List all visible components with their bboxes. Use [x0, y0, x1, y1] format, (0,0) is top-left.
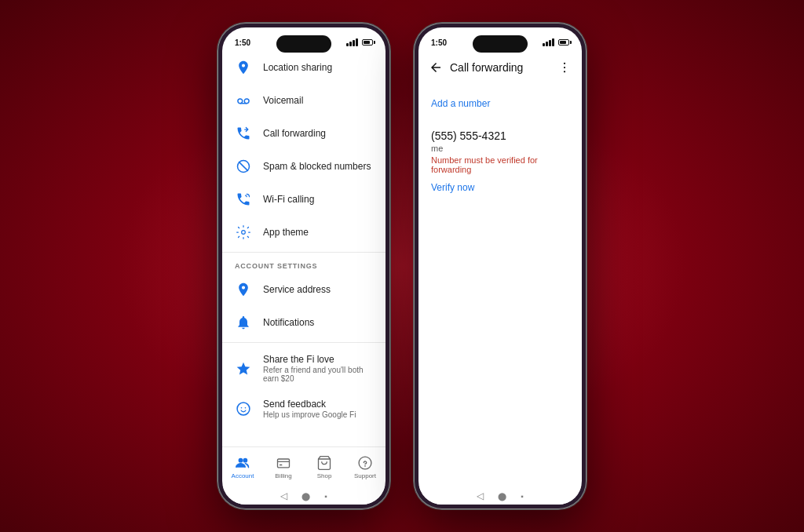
bottom-nav: Account Billing Shop Support	[222, 446, 386, 487]
service-address-icon	[235, 281, 252, 298]
svg-point-7	[245, 407, 247, 409]
service-address-label: Service address	[263, 284, 331, 295]
svg-point-15	[564, 71, 565, 72]
wifi-call-icon	[235, 191, 252, 208]
contact-name: me	[431, 144, 569, 153]
android-back-btn-right[interactable]: ◁	[477, 490, 484, 501]
android-home-btn-right[interactable]: ⬤	[498, 492, 506, 501]
svg-point-12	[359, 457, 371, 469]
menu-item-voicemail[interactable]: Voicemail	[222, 84, 386, 117]
status-icons-right	[543, 38, 569, 46]
share-fi-text: Share the Fi love Refer a friend and you…	[263, 354, 373, 383]
send-feedback-subtitle: Help us improve Google Fi	[263, 410, 356, 419]
notifications-icon	[235, 314, 252, 331]
send-feedback-label: Send feedback	[263, 399, 356, 410]
status-icons-left	[346, 38, 373, 46]
menu-item-spam[interactable]: Spam & blocked numbers	[222, 150, 386, 183]
spam-label: Spam & blocked numbers	[263, 161, 371, 172]
voicemail-label: Voicemail	[263, 95, 303, 106]
menu-item-call-forwarding[interactable]: Call forwarding	[222, 117, 386, 150]
voicemail-icon	[235, 92, 252, 109]
menu-list: Location sharing Voicemail Call forwardi…	[222, 51, 386, 446]
send-feedback-text: Send feedback Help us improve Google Fi	[263, 399, 356, 419]
support-nav-icon	[357, 455, 373, 471]
phone-right-screen: 1:50 Call forwarding	[418, 27, 582, 505]
nav-billing[interactable]: Billing	[263, 450, 304, 484]
number-card: (555) 555-4321 me Number must be verifie…	[431, 123, 569, 199]
verify-now-button[interactable]: Verify now	[431, 182, 569, 193]
share-fi-label: Share the Fi love	[263, 354, 373, 365]
menu-item-notifications[interactable]: Notifications	[222, 306, 386, 339]
phone-right: 1:50 Call forwarding	[414, 23, 587, 509]
phone-notch-left	[276, 35, 331, 53]
nav-account[interactable]: Account	[222, 450, 263, 484]
share-fi-subtitle: Refer a friend and you'll both earn $20	[263, 366, 373, 383]
android-bar-left: ◁ ⬤ ▪	[222, 487, 386, 505]
support-nav-label: Support	[354, 472, 376, 479]
share-fi-icon	[235, 360, 252, 377]
menu-item-app-theme[interactable]: App theme	[222, 216, 386, 249]
svg-point-5	[237, 403, 250, 415]
location-sharing-icon	[235, 59, 252, 76]
more-options-button[interactable]	[557, 60, 572, 75]
app-theme-label: App theme	[263, 227, 309, 238]
svg-point-6	[241, 407, 243, 409]
phone-number-display: (555) 555-4321	[431, 129, 569, 142]
svg-point-13	[564, 63, 565, 64]
menu-item-share-fi[interactable]: Share the Fi love Refer a friend and you…	[222, 346, 386, 391]
svg-point-9	[243, 458, 247, 463]
android-recents-btn-right[interactable]: ▪	[521, 492, 524, 501]
verification-warning: Number must be verified for forwarding	[431, 155, 569, 174]
account-nav-label: Account	[232, 472, 254, 479]
menu-item-wifi-calling[interactable]: Wi-Fi calling	[222, 183, 386, 216]
svg-point-8	[239, 458, 243, 463]
android-recents-btn[interactable]: ▪	[324, 492, 327, 501]
call-forwarding-label: Call forwarding	[263, 128, 326, 139]
battery-icon	[362, 39, 373, 46]
battery-icon-right	[558, 39, 569, 46]
account-settings-header: ACCOUNT SETTINGS	[222, 256, 386, 273]
cf-title: Call forwarding	[450, 61, 550, 74]
svg-point-0	[238, 99, 243, 104]
shop-nav-label: Shop	[317, 472, 332, 479]
divider-1	[222, 252, 386, 253]
back-button[interactable]	[428, 60, 444, 75]
billing-nav-icon	[276, 455, 291, 471]
app-theme-icon	[235, 224, 252, 241]
spam-block-icon	[235, 158, 252, 175]
svg-rect-10	[278, 459, 290, 468]
svg-rect-11	[280, 465, 282, 466]
status-time-left: 1:50	[235, 38, 250, 47]
menu-item-service-address[interactable]: Service address	[222, 273, 386, 306]
nav-shop[interactable]: Shop	[304, 450, 345, 484]
send-feedback-icon	[235, 400, 252, 417]
phone-left-screen: 1:50 Families Fi Location sh	[222, 27, 386, 505]
phone-notch-right	[473, 35, 528, 53]
status-time-right: 1:50	[431, 38, 447, 47]
menu-item-send-feedback[interactable]: Send feedback Help us improve Google Fi	[222, 391, 386, 427]
location-sharing-label: Location sharing	[263, 62, 332, 73]
android-home-btn[interactable]: ⬤	[302, 492, 310, 501]
divider-2	[222, 342, 386, 343]
android-back-btn[interactable]: ◁	[280, 490, 287, 501]
svg-point-1	[244, 99, 249, 104]
signal-icon	[346, 38, 358, 46]
shop-nav-icon	[316, 455, 332, 471]
cf-header: Call forwarding	[418, 51, 582, 84]
svg-point-14	[564, 67, 565, 68]
wifi-calling-label: Wi-Fi calling	[263, 194, 314, 205]
nav-support[interactable]: Support	[345, 450, 386, 484]
account-nav-icon	[235, 455, 250, 471]
cf-content: Add a number (555) 555-4321 me Number mu…	[418, 84, 582, 487]
signal-icon-right	[543, 38, 554, 46]
svg-line-4	[239, 162, 248, 171]
notifications-label: Notifications	[263, 317, 314, 328]
android-bar-right: ◁ ⬤ ▪	[418, 487, 582, 505]
call-forward-icon	[235, 125, 252, 142]
billing-nav-label: Billing	[275, 472, 291, 479]
menu-item-location-sharing[interactable]: Location sharing	[222, 51, 386, 84]
phone-left: 1:50 Families Fi Location sh	[217, 23, 390, 509]
add-number-button[interactable]: Add a number	[431, 93, 569, 114]
